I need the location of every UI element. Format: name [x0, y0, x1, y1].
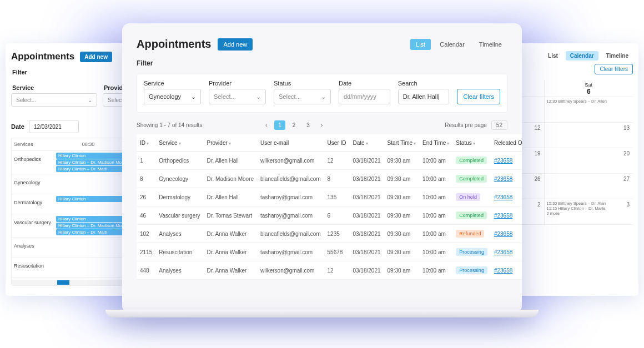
calendar-cell[interactable]: 20: [545, 148, 633, 174]
add-new-button[interactable]: Add new: [80, 52, 112, 62]
calendar-event[interactable]: 2 more: [547, 211, 631, 216]
order-link[interactable]: #23658: [494, 158, 512, 164]
tab-list[interactable]: List: [544, 51, 562, 60]
provider-label: Provider: [209, 80, 266, 87]
th-date: Date▾: [349, 134, 384, 152]
date-label: Date: [339, 80, 390, 87]
calendar-cell[interactable]: 27: [545, 174, 633, 199]
filter-card: Service Gynecology ⌄ Provider Select... …: [137, 74, 507, 113]
th-status: Status▾: [452, 134, 491, 152]
chevron-down-icon: ⌄: [256, 93, 261, 100]
service-select[interactable]: Select... ⌄: [11, 93, 97, 107]
date-input[interactable]: dd/mm/yyyy: [339, 89, 390, 104]
status-badge: Completed: [456, 211, 487, 219]
tab-calendar[interactable]: Calendar: [434, 39, 470, 50]
table-row: 2115ResuscitationDr. Anna Walkertasharoy…: [137, 243, 522, 261]
th-id: ID▾: [137, 134, 155, 152]
search-input[interactable]: Dr. Allen Hall|: [398, 89, 450, 104]
service-label: Service: [144, 80, 201, 87]
search-label: Search: [398, 80, 450, 87]
status-badge: Completed: [456, 157, 487, 164]
th-end: End Time▾: [419, 134, 452, 152]
order-link[interactable]: #23658: [494, 249, 512, 255]
table-row: 1OrthopedicsDr. Allen Hallwilkerson@gmai…: [137, 152, 522, 170]
th-service: Service▾: [155, 134, 203, 152]
table-row: 26DermatologyDr. Allen Halltasharoy@gmai…: [137, 188, 522, 206]
page-prev[interactable]: ‹: [261, 120, 271, 130]
calendar-event[interactable]: 12:30 Brittney Spears – Dr. Allen: [547, 99, 631, 104]
main-list-panel: Appointments Add new List Calendar Timel…: [122, 23, 522, 313]
th-start: Start Time▾: [384, 134, 420, 152]
tab-timeline[interactable]: Timeline: [474, 39, 507, 50]
th-provider: Provider▾: [204, 134, 257, 152]
status-badge: Completed: [456, 175, 487, 183]
rpp-label: Results pre page: [445, 122, 487, 128]
chevron-down-icon: ⌄: [191, 93, 196, 100]
tab-list[interactable]: List: [410, 39, 431, 50]
order-link[interactable]: #23658: [494, 194, 512, 200]
status-badge: Refunded: [456, 230, 484, 238]
clear-filters-button[interactable]: Clear filters: [595, 64, 633, 74]
order-link[interactable]: #23658: [494, 213, 512, 219]
page-title: Appointments: [11, 51, 74, 62]
table-row: 46Vascular surgeryDr. Tomas Stewarttasha…: [137, 206, 522, 225]
rpp-value[interactable]: 52: [491, 120, 507, 130]
page-title: Appointments: [137, 38, 211, 51]
chevron-down-icon: ⌄: [88, 97, 92, 103]
pagination: ‹ 1 2 3 ›: [261, 120, 326, 130]
table-row: 448AnalysesDr. Anna Walkerwilkerson@gmai…: [137, 261, 522, 280]
provider-select[interactable]: Select... ⌄: [209, 89, 266, 104]
filter-section-label: Filter: [137, 59, 507, 67]
status-badge: Processing: [456, 266, 487, 274]
laptop-base: [105, 310, 539, 317]
tab-timeline[interactable]: Timeline: [602, 51, 633, 60]
calendar-cell[interactable]: 13: [545, 123, 633, 148]
page-3[interactable]: 3: [303, 120, 314, 130]
calendar-cell[interactable]: 12:30 Brittney Spears – Dr. Allen: [545, 97, 633, 123]
chevron-down-icon: ⌄: [321, 93, 326, 100]
page-1[interactable]: 1: [274, 120, 285, 130]
calendar-event[interactable]: 11:15 Hillary Clinton – Dr. Marie: [547, 206, 631, 211]
appointments-table: ID▾ Service▾ Provider▾ User e-mail User …: [137, 134, 522, 280]
date-input[interactable]: 12/03/2021: [29, 120, 79, 133]
results-summary: Showing 1 - 7 of 14 results: [137, 122, 202, 128]
th-uid: User ID: [324, 134, 350, 152]
status-badge: On hold: [456, 193, 480, 201]
service-select[interactable]: Gynecology ⌄: [144, 89, 201, 104]
add-new-button[interactable]: Add new: [218, 38, 253, 51]
clear-filters-button[interactable]: Clear filters: [457, 89, 500, 104]
order-link[interactable]: #23658: [494, 268, 512, 274]
order-link[interactable]: #23658: [494, 176, 512, 182]
calendar-cell[interactable]: 315:30 Brittney Spears – Dr. Alan11:15 H…: [545, 199, 633, 225]
services-header: Services: [12, 138, 55, 150]
page-2[interactable]: 2: [289, 120, 300, 130]
service-label: Service: [12, 84, 96, 91]
page-next[interactable]: ›: [317, 120, 326, 130]
th-order: Releated Order: [491, 134, 522, 152]
calendar-event[interactable]: 15:30 Brittney Spears – Dr. Alan: [547, 201, 631, 206]
th-email: User e-mail: [257, 134, 324, 152]
table-row: 8GynecologyDr. Madison Mooreblancafields…: [137, 170, 522, 188]
status-label: Status: [274, 80, 331, 87]
tab-calendar[interactable]: Calendar: [566, 51, 598, 60]
order-link[interactable]: #23658: [494, 231, 512, 237]
calendar-column: Sat612:30 Brittney Spears – Dr. Allen132…: [544, 80, 633, 225]
status-badge: Processing: [456, 248, 487, 256]
table-row: 102AnalysesDr. Anna Walkerblancafields@g…: [137, 225, 522, 243]
status-select[interactable]: Select... ⌄: [274, 89, 331, 104]
date-label: Date: [11, 123, 24, 130]
